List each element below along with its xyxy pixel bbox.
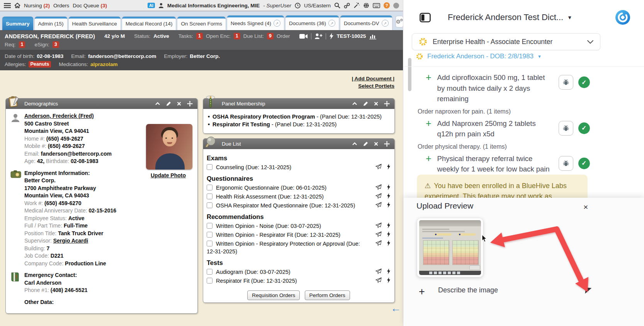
video-camera-icon[interactable]: [299, 34, 308, 39]
checkbox[interactable]: [207, 185, 212, 190]
nav-doc-queue[interactable]: Doc Queue(3): [73, 3, 107, 8]
demographics-header[interactable]: Demographics: [6, 98, 197, 109]
nav-nursing[interactable]: Nursing(2): [24, 3, 50, 8]
edit-pencil-icon[interactable]: [166, 101, 171, 106]
quick-order-bolt-icon[interactable]: [387, 222, 391, 228]
quick-order-bolt-icon[interactable]: [387, 184, 391, 190]
quick-order-bolt-icon[interactable]: [387, 202, 391, 208]
ai-badge[interactable]: AI: [148, 3, 155, 8]
debug-button[interactable]: [559, 75, 573, 90]
tasks-badge[interactable]: 1: [196, 33, 203, 39]
allergy-badge[interactable]: Peanuts: [29, 61, 51, 68]
perform-orders-button[interactable]: Perform Orders: [305, 290, 350, 300]
home-icon[interactable]: [14, 3, 20, 8]
close-icon[interactable]: [374, 142, 378, 146]
add-user-icon[interactable]: [314, 33, 323, 39]
hamburger-menu-icon[interactable]: [4, 3, 11, 8]
move-icon[interactable]: [187, 101, 193, 107]
checkbox[interactable]: [207, 269, 212, 275]
quick-order-bolt-icon[interactable]: [387, 268, 391, 274]
send-plane-icon[interactable]: [376, 222, 382, 228]
globe-icon[interactable]: [363, 2, 369, 8]
close-icon[interactable]: [374, 102, 378, 106]
panel-membership-header[interactable]: Panel Membership: [203, 98, 394, 109]
patient-name-link[interactable]: Anderson, Frederick (Fred): [24, 113, 94, 119]
add-document-link[interactable]: | Add Document |: [352, 76, 394, 82]
req-badge[interactable]: 1: [19, 41, 25, 48]
quick-order-bolt-icon[interactable]: [387, 164, 391, 170]
external-link-icon[interactable]: ↗: [382, 20, 389, 27]
encounter-bolt-icon[interactable]: [329, 33, 334, 39]
collapse-icon[interactable]: [352, 142, 357, 146]
send-plane-icon[interactable]: [376, 277, 382, 283]
link-icon[interactable]: [344, 3, 350, 8]
send-plane-icon[interactable]: [583, 284, 593, 294]
describe-image-input[interactable]: [437, 286, 551, 295]
chevron-down-icon[interactable]: ▼: [567, 15, 572, 20]
close-icon[interactable]: [177, 102, 181, 106]
move-icon[interactable]: [384, 101, 390, 107]
esign-badge[interactable]: 3: [53, 41, 59, 48]
due-list-header[interactable]: Due List: [203, 139, 394, 149]
send-plane-icon[interactable]: [376, 193, 382, 199]
tab-summary[interactable]: Summary: [2, 17, 33, 30]
send-plane-icon[interactable]: [376, 240, 382, 246]
due-list-badge[interactable]: 9: [267, 33, 274, 39]
dictation-title[interactable]: Frederick Anderson Test Dict...: [448, 12, 563, 22]
collapse-panel-arrow[interactable]: ←: [391, 302, 401, 314]
edit-pencil-icon[interactable]: [363, 141, 368, 146]
requisition-orders-button[interactable]: Requisition Orders: [247, 290, 300, 300]
edit-pencil-icon[interactable]: [363, 101, 368, 106]
collapse-icon[interactable]: [352, 102, 357, 105]
tab-medical-record[interactable]: Medical Record (14): [122, 17, 176, 30]
chart-stats-icon[interactable]: [369, 33, 377, 39]
keyboard-icon[interactable]: [373, 3, 380, 8]
select-portlets-link[interactable]: Select Portlets: [352, 83, 394, 89]
checkbox[interactable]: [207, 241, 212, 246]
tab-settings-gears-icon[interactable]: ⚙⚙: [396, 16, 403, 27]
avatar[interactable]: [393, 3, 399, 8]
tab-admin[interactable]: Admin (15): [35, 17, 67, 30]
checkbox[interactable]: [207, 202, 212, 208]
search-icon[interactable]: [334, 2, 340, 8]
tab-documents-dv[interactable]: Documents-DV↗: [340, 15, 392, 30]
send-plane-icon[interactable]: [376, 184, 382, 190]
add-order-plus-icon[interactable]: +: [426, 118, 432, 129]
external-link-icon[interactable]: ↗: [328, 20, 335, 27]
send-plane-icon[interactable]: [376, 231, 382, 237]
nav-orders[interactable]: Orders: [53, 3, 69, 8]
external-link-icon[interactable]: ↗: [274, 20, 280, 27]
medication-value[interactable]: alprazolam: [90, 61, 118, 67]
send-plane-icon[interactable]: [376, 164, 382, 170]
tab-on-screen-forms[interactable]: On Screen Forms: [177, 17, 226, 30]
order-link[interactable]: Order: [277, 33, 290, 39]
checkbox[interactable]: [207, 278, 212, 284]
open-enc-badge[interactable]: 1: [234, 33, 240, 39]
tab-health-surveillance[interactable]: Health Surveillance: [69, 17, 121, 30]
supervisor-link[interactable]: Sergio Acardi: [53, 238, 88, 244]
upload-thumbnail[interactable]: [417, 218, 483, 277]
quick-order-bolt-icon[interactable]: [387, 193, 391, 199]
add-order-plus-icon[interactable]: +: [426, 153, 432, 164]
close-icon[interactable]: ×: [583, 203, 588, 211]
quick-order-bolt-icon[interactable]: [387, 277, 391, 283]
help-icon[interactable]: ?: [384, 2, 390, 8]
tab-documents[interactable]: Documents (36)↗: [285, 15, 339, 30]
panel-toggle-icon[interactable]: [420, 13, 431, 22]
debug-button[interactable]: [559, 156, 573, 171]
collapse-icon[interactable]: [155, 102, 160, 105]
checkbox[interactable]: [207, 232, 212, 238]
move-icon[interactable]: [384, 141, 390, 147]
checkbox[interactable]: [207, 194, 212, 199]
magic-wand-icon[interactable]: [353, 2, 360, 8]
patient-selector[interactable]: Frederick Anderson - DOB: 2/8/1983 ▼: [416, 53, 542, 60]
add-order-plus-icon[interactable]: +: [426, 72, 432, 83]
checkbox[interactable]: [207, 223, 212, 229]
send-plane-icon[interactable]: [376, 202, 382, 208]
quick-order-bolt-icon[interactable]: [387, 231, 391, 237]
checkbox[interactable]: [207, 164, 212, 170]
debug-button[interactable]: [559, 121, 573, 136]
chevron-down-icon[interactable]: [587, 40, 594, 44]
record-id[interactable]: TEST-10025: [337, 33, 366, 39]
send-plane-icon[interactable]: [376, 268, 382, 274]
